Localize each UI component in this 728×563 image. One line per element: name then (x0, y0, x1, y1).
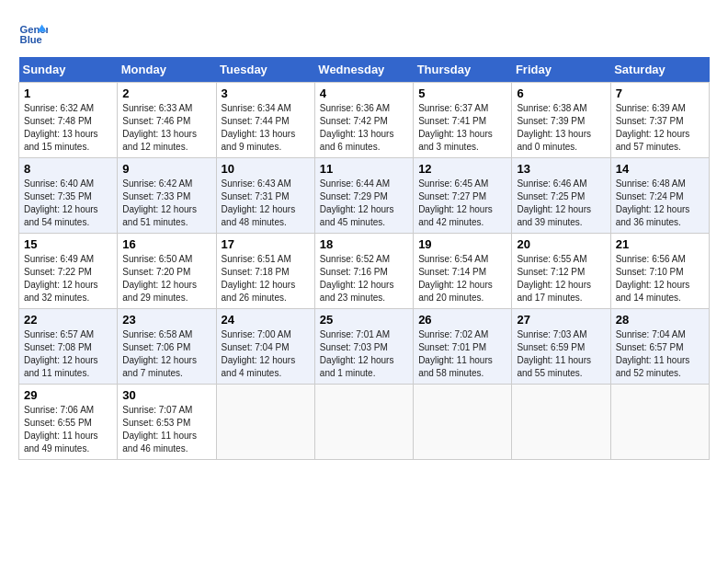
day-info: Sunrise: 6:44 AM Sunset: 7:29 PM Dayligh… (320, 178, 408, 229)
day-info: Sunrise: 6:32 AM Sunset: 7:48 PM Dayligh… (24, 102, 112, 154)
day-info: Sunrise: 6:34 AM Sunset: 7:44 PM Dayligh… (222, 102, 310, 154)
day-info: Sunrise: 6:48 AM Sunset: 7:24 PM Dayligh… (616, 178, 704, 229)
calendar-cell: 24 Sunrise: 7:00 AM Sunset: 7:04 PM Dayl… (216, 309, 314, 385)
day-number: 8 (24, 162, 112, 176)
calendar-cell: 2 Sunrise: 6:33 AM Sunset: 7:46 PM Dayli… (118, 83, 216, 158)
calendar-week-row: 15 Sunrise: 6:49 AM Sunset: 7:22 PM Dayl… (19, 234, 710, 309)
day-number: 25 (320, 313, 408, 327)
calendar-cell: 17 Sunrise: 6:51 AM Sunset: 7:18 PM Dayl… (216, 234, 314, 309)
day-number: 5 (418, 86, 506, 100)
calendar-cell (414, 385, 512, 460)
day-info: Sunrise: 7:02 AM Sunset: 7:01 PM Dayligh… (418, 328, 506, 380)
calendar-cell: 18 Sunrise: 6:52 AM Sunset: 7:16 PM Dayl… (314, 234, 413, 309)
calendar-cell: 8 Sunrise: 6:40 AM Sunset: 7:35 PM Dayli… (19, 158, 118, 234)
calendar-week-row: 1 Sunrise: 6:32 AM Sunset: 7:48 PM Dayli… (19, 83, 710, 158)
day-info: Sunrise: 7:07 AM Sunset: 6:53 PM Dayligh… (122, 404, 210, 455)
day-number: 22 (24, 313, 112, 327)
calendar-cell: 4 Sunrise: 6:36 AM Sunset: 7:42 PM Dayli… (314, 83, 413, 158)
calendar-cell: 14 Sunrise: 6:48 AM Sunset: 7:24 PM Dayl… (610, 158, 709, 234)
day-info: Sunrise: 6:49 AM Sunset: 7:22 PM Dayligh… (24, 253, 112, 304)
calendar-week-row: 8 Sunrise: 6:40 AM Sunset: 7:35 PM Dayli… (19, 158, 710, 234)
day-info: Sunrise: 6:42 AM Sunset: 7:33 PM Dayligh… (122, 178, 210, 229)
day-number: 7 (616, 86, 704, 100)
day-number: 9 (122, 162, 210, 176)
calendar-week-row: 29 Sunrise: 7:06 AM Sunset: 6:55 PM Dayl… (19, 385, 710, 460)
calendar-cell: 28 Sunrise: 7:04 AM Sunset: 6:57 PM Dayl… (610, 309, 709, 385)
calendar-cell: 5 Sunrise: 6:37 AM Sunset: 7:41 PM Dayli… (414, 83, 512, 158)
calendar-cell (512, 385, 610, 460)
day-info: Sunrise: 6:43 AM Sunset: 7:31 PM Dayligh… (222, 178, 310, 229)
day-number: 15 (24, 237, 112, 251)
weekday-header-sunday: Sunday (19, 57, 118, 83)
calendar-cell: 19 Sunrise: 6:54 AM Sunset: 7:14 PM Dayl… (414, 234, 512, 309)
day-number: 30 (122, 388, 210, 402)
day-number: 28 (616, 313, 704, 327)
day-info: Sunrise: 6:52 AM Sunset: 7:16 PM Dayligh… (320, 253, 408, 304)
weekday-header-saturday: Saturday (610, 57, 709, 83)
weekday-header-thursday: Thursday (414, 57, 512, 83)
day-number: 13 (517, 162, 605, 176)
day-number: 17 (222, 237, 310, 251)
day-info: Sunrise: 6:37 AM Sunset: 7:41 PM Dayligh… (418, 102, 506, 154)
day-number: 24 (222, 313, 310, 327)
day-number: 19 (418, 237, 506, 251)
day-info: Sunrise: 6:50 AM Sunset: 7:20 PM Dayligh… (122, 253, 210, 304)
day-info: Sunrise: 6:36 AM Sunset: 7:42 PM Dayligh… (320, 102, 408, 154)
day-number: 18 (320, 237, 408, 251)
logo-icon: General Blue (18, 18, 48, 48)
weekday-header-friday: Friday (512, 57, 610, 83)
calendar-week-row: 22 Sunrise: 6:57 AM Sunset: 7:08 PM Dayl… (19, 309, 710, 385)
day-info: Sunrise: 6:40 AM Sunset: 7:35 PM Dayligh… (24, 178, 112, 229)
day-number: 23 (122, 313, 210, 327)
day-info: Sunrise: 6:46 AM Sunset: 7:25 PM Dayligh… (517, 178, 605, 229)
calendar-cell: 16 Sunrise: 6:50 AM Sunset: 7:20 PM Dayl… (118, 234, 216, 309)
day-info: Sunrise: 7:03 AM Sunset: 6:59 PM Dayligh… (517, 328, 605, 380)
calendar-cell (610, 385, 709, 460)
day-info: Sunrise: 6:56 AM Sunset: 7:10 PM Dayligh… (616, 253, 704, 304)
day-info: Sunrise: 7:01 AM Sunset: 7:03 PM Dayligh… (320, 328, 408, 380)
day-number: 16 (122, 237, 210, 251)
day-number: 21 (616, 237, 704, 251)
calendar-cell: 23 Sunrise: 6:58 AM Sunset: 7:06 PM Dayl… (118, 309, 216, 385)
calendar-cell: 3 Sunrise: 6:34 AM Sunset: 7:44 PM Dayli… (216, 83, 314, 158)
day-number: 27 (517, 313, 605, 327)
day-info: Sunrise: 6:45 AM Sunset: 7:27 PM Dayligh… (418, 178, 506, 229)
day-info: Sunrise: 6:54 AM Sunset: 7:14 PM Dayligh… (418, 253, 506, 304)
calendar-cell: 11 Sunrise: 6:44 AM Sunset: 7:29 PM Dayl… (314, 158, 413, 234)
day-info: Sunrise: 7:06 AM Sunset: 6:55 PM Dayligh… (24, 404, 112, 455)
calendar-cell: 26 Sunrise: 7:02 AM Sunset: 7:01 PM Dayl… (414, 309, 512, 385)
day-info: Sunrise: 6:58 AM Sunset: 7:06 PM Dayligh… (122, 328, 210, 380)
weekday-header-wednesday: Wednesday (314, 57, 413, 83)
calendar-cell (314, 385, 413, 460)
calendar-cell: 13 Sunrise: 6:46 AM Sunset: 7:25 PM Dayl… (512, 158, 610, 234)
logo: General Blue (18, 18, 51, 48)
calendar-cell: 27 Sunrise: 7:03 AM Sunset: 6:59 PM Dayl… (512, 309, 610, 385)
day-number: 12 (418, 162, 506, 176)
day-number: 10 (222, 162, 310, 176)
day-number: 11 (320, 162, 408, 176)
day-info: Sunrise: 6:38 AM Sunset: 7:39 PM Dayligh… (517, 102, 605, 154)
page-header: General Blue (18, 18, 710, 48)
day-number: 29 (24, 388, 112, 402)
day-number: 26 (418, 313, 506, 327)
calendar-table: SundayMondayTuesdayWednesdayThursdayFrid… (18, 57, 710, 460)
day-info: Sunrise: 6:39 AM Sunset: 7:37 PM Dayligh… (616, 102, 704, 154)
day-info: Sunrise: 6:57 AM Sunset: 7:08 PM Dayligh… (24, 328, 112, 380)
calendar-cell: 10 Sunrise: 6:43 AM Sunset: 7:31 PM Dayl… (216, 158, 314, 234)
day-info: Sunrise: 7:04 AM Sunset: 6:57 PM Dayligh… (616, 328, 704, 380)
calendar-cell: 29 Sunrise: 7:06 AM Sunset: 6:55 PM Dayl… (19, 385, 118, 460)
day-number: 4 (320, 86, 408, 100)
calendar-cell: 7 Sunrise: 6:39 AM Sunset: 7:37 PM Dayli… (610, 83, 709, 158)
day-number: 2 (122, 86, 210, 100)
calendar-cell: 1 Sunrise: 6:32 AM Sunset: 7:48 PM Dayli… (19, 83, 118, 158)
calendar-cell (216, 385, 314, 460)
calendar-cell: 20 Sunrise: 6:55 AM Sunset: 7:12 PM Dayl… (512, 234, 610, 309)
day-info: Sunrise: 6:55 AM Sunset: 7:12 PM Dayligh… (517, 253, 605, 304)
weekday-header-tuesday: Tuesday (216, 57, 314, 83)
day-number: 14 (616, 162, 704, 176)
day-info: Sunrise: 6:51 AM Sunset: 7:18 PM Dayligh… (222, 253, 310, 304)
day-info: Sunrise: 7:00 AM Sunset: 7:04 PM Dayligh… (222, 328, 310, 380)
svg-text:Blue: Blue (20, 34, 42, 45)
weekday-header-row: SundayMondayTuesdayWednesdayThursdayFrid… (19, 57, 710, 83)
calendar-cell: 12 Sunrise: 6:45 AM Sunset: 7:27 PM Dayl… (414, 158, 512, 234)
